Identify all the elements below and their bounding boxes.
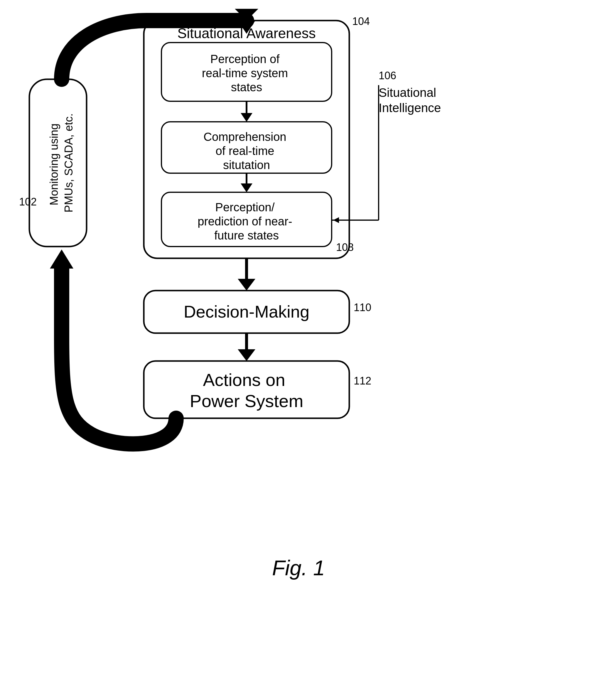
- figure-label: Fig. 1: [272, 556, 325, 580]
- ref-102: 102: [19, 196, 37, 208]
- ref-108: 108: [336, 241, 354, 253]
- ref-106: 106: [379, 70, 396, 82]
- ref-112: 112: [354, 375, 371, 387]
- ref-110: 110: [354, 301, 371, 314]
- diagram-container: Monitoring using PMUs, SCADA, etc. 102 S…: [0, 0, 597, 700]
- ref-104: 104: [352, 15, 370, 27]
- decision-making-label: Decision-Making: [184, 302, 310, 321]
